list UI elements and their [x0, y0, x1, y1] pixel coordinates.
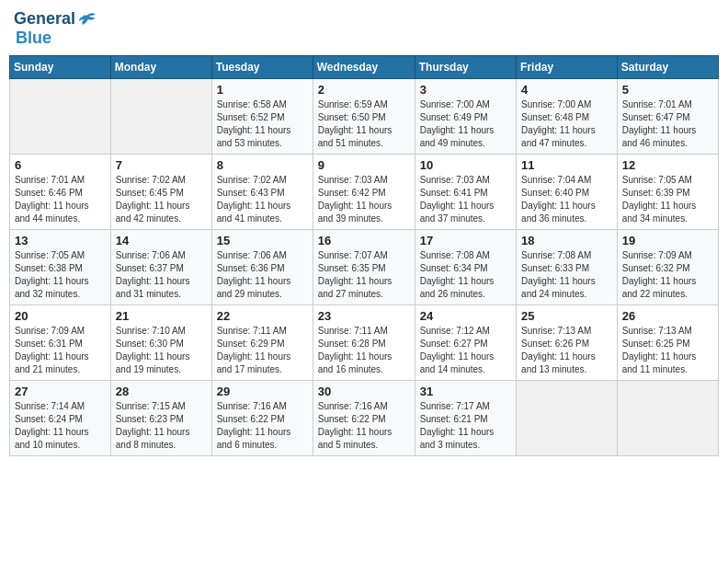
day-info-text: Sunrise: 7:03 AM	[318, 174, 410, 187]
day-info-text: Sunset: 6:36 PM	[217, 262, 308, 275]
day-info-text: Sunrise: 7:16 AM	[318, 400, 410, 413]
day-info-text: Daylight: 11 hours and 27 minutes.	[318, 275, 410, 301]
day-info-text: Sunset: 6:32 PM	[622, 262, 713, 275]
day-info-text: Sunrise: 7:11 AM	[318, 325, 410, 338]
day-info-text: Sunset: 6:43 PM	[217, 187, 308, 200]
day-cell: 18Sunrise: 7:08 AMSunset: 6:33 PMDayligh…	[517, 230, 618, 305]
day-number: 17	[420, 234, 511, 247]
day-number: 21	[116, 309, 207, 323]
day-info-text: Sunrise: 7:00 AM	[521, 98, 612, 111]
day-number: 18	[521, 234, 612, 247]
weekday-header-row: SundayMondayTuesdayWednesdayThursdayFrid…	[10, 56, 719, 79]
calendar-table: SundayMondayTuesdayWednesdayThursdayFrid…	[9, 55, 719, 456]
day-info-text: Daylight: 11 hours and 14 minutes.	[420, 350, 511, 376]
day-cell: 13Sunrise: 7:05 AMSunset: 6:38 PMDayligh…	[10, 230, 111, 305]
day-info-text: Sunrise: 7:09 AM	[15, 325, 106, 338]
day-cell: 25Sunrise: 7:13 AMSunset: 6:26 PMDayligh…	[517, 305, 618, 381]
week-row-5: 27Sunrise: 7:14 AMSunset: 6:24 PMDayligh…	[10, 381, 719, 456]
day-info-text: Daylight: 11 hours and 8 minutes.	[116, 426, 207, 452]
day-info-text: Sunrise: 7:10 AM	[116, 325, 207, 338]
day-info-text: Sunrise: 7:03 AM	[420, 174, 511, 187]
day-number: 31	[420, 385, 511, 398]
day-cell	[517, 381, 618, 456]
day-cell: 22Sunrise: 7:11 AMSunset: 6:29 PMDayligh…	[211, 305, 313, 381]
day-info-text: Sunrise: 7:02 AM	[116, 174, 207, 187]
day-cell	[617, 381, 718, 456]
day-info-text: Sunset: 6:41 PM	[420, 187, 511, 200]
day-number: 3	[420, 83, 511, 97]
day-info-text: Sunset: 6:35 PM	[318, 262, 410, 275]
day-info-text: Sunrise: 7:08 AM	[521, 249, 612, 262]
week-row-4: 20Sunrise: 7:09 AMSunset: 6:31 PMDayligh…	[10, 305, 719, 381]
day-info-text: Daylight: 11 hours and 6 minutes.	[217, 426, 308, 452]
day-info-text: Sunset: 6:26 PM	[521, 338, 612, 350]
day-info-text: Daylight: 11 hours and 16 minutes.	[318, 350, 410, 376]
weekday-header-friday: Friday	[517, 56, 618, 79]
day-cell: 29Sunrise: 7:16 AMSunset: 6:22 PMDayligh…	[211, 381, 313, 456]
day-cell: 21Sunrise: 7:10 AMSunset: 6:30 PMDayligh…	[110, 305, 211, 381]
day-info-text: Daylight: 11 hours and 41 minutes.	[217, 200, 308, 225]
day-info-text: Daylight: 11 hours and 53 minutes.	[217, 124, 308, 150]
day-info-text: Daylight: 11 hours and 44 minutes.	[15, 200, 106, 225]
week-row-1: 1Sunrise: 6:58 AMSunset: 6:52 PMDaylight…	[10, 79, 719, 155]
header: General Blue	[9, 9, 719, 48]
day-info-text: Sunrise: 7:13 AM	[622, 325, 713, 338]
weekday-header-thursday: Thursday	[415, 56, 516, 79]
day-cell: 12Sunrise: 7:05 AMSunset: 6:39 PMDayligh…	[617, 155, 718, 230]
day-info-text: Daylight: 11 hours and 22 minutes.	[622, 275, 713, 301]
day-info-text: Sunrise: 7:16 AM	[217, 400, 308, 413]
day-info-text: Sunset: 6:39 PM	[622, 187, 713, 200]
day-cell: 10Sunrise: 7:03 AMSunset: 6:41 PMDayligh…	[415, 155, 516, 230]
day-info-text: Sunset: 6:34 PM	[420, 262, 511, 275]
day-number: 29	[217, 385, 308, 398]
day-cell: 17Sunrise: 7:08 AMSunset: 6:34 PMDayligh…	[415, 230, 516, 305]
day-number: 28	[116, 385, 207, 398]
day-info-text: Sunrise: 7:08 AM	[420, 249, 511, 262]
day-info-text: Sunrise: 7:01 AM	[15, 174, 106, 187]
day-number: 30	[318, 385, 410, 398]
day-info-text: Daylight: 11 hours and 31 minutes.	[116, 275, 207, 301]
day-info-text: Daylight: 11 hours and 47 minutes.	[521, 124, 612, 150]
day-cell: 9Sunrise: 7:03 AMSunset: 6:42 PMDaylight…	[313, 155, 415, 230]
day-cell: 2Sunrise: 6:59 AMSunset: 6:50 PMDaylight…	[313, 79, 415, 155]
day-cell: 30Sunrise: 7:16 AMSunset: 6:22 PMDayligh…	[313, 381, 415, 456]
day-cell: 26Sunrise: 7:13 AMSunset: 6:25 PMDayligh…	[617, 305, 718, 381]
weekday-header-sunday: Sunday	[10, 56, 111, 79]
weekday-header-saturday: Saturday	[617, 56, 718, 79]
day-info-text: Sunrise: 7:14 AM	[15, 400, 106, 413]
day-info-text: Sunrise: 6:59 AM	[318, 98, 410, 111]
logo-general: General	[14, 9, 75, 29]
day-cell	[110, 79, 211, 155]
day-info-text: Daylight: 11 hours and 19 minutes.	[116, 350, 207, 376]
day-info-text: Sunrise: 7:02 AM	[217, 174, 308, 187]
day-number: 1	[217, 83, 308, 97]
day-info-text: Sunset: 6:38 PM	[15, 262, 106, 275]
day-number: 20	[15, 309, 106, 323]
day-cell: 19Sunrise: 7:09 AMSunset: 6:32 PMDayligh…	[617, 230, 718, 305]
day-info-text: Sunset: 6:21 PM	[420, 413, 511, 426]
day-info-text: Daylight: 11 hours and 29 minutes.	[217, 275, 308, 301]
day-number: 2	[318, 83, 410, 97]
day-cell: 14Sunrise: 7:06 AMSunset: 6:37 PMDayligh…	[110, 230, 211, 305]
day-number: 7	[116, 158, 207, 172]
day-info-text: Daylight: 11 hours and 17 minutes.	[217, 350, 308, 376]
day-number: 19	[622, 234, 713, 247]
day-info-text: Daylight: 11 hours and 5 minutes.	[318, 426, 410, 452]
day-cell: 31Sunrise: 7:17 AMSunset: 6:21 PMDayligh…	[415, 381, 516, 456]
day-info-text: Sunrise: 7:17 AM	[420, 400, 511, 413]
day-number: 13	[15, 234, 106, 247]
day-info-text: Sunset: 6:31 PM	[15, 338, 106, 350]
logo-bird-icon	[77, 12, 97, 27]
day-info-text: Daylight: 11 hours and 49 minutes.	[420, 124, 511, 150]
day-info-text: Sunset: 6:42 PM	[318, 187, 410, 200]
day-number: 11	[521, 158, 612, 172]
day-info-text: Sunset: 6:50 PM	[318, 111, 410, 124]
day-info-text: Sunset: 6:27 PM	[420, 338, 511, 350]
day-info-text: Sunrise: 7:05 AM	[622, 174, 713, 187]
day-number: 12	[622, 158, 713, 172]
day-number: 8	[217, 158, 308, 172]
day-info-text: Sunset: 6:40 PM	[521, 187, 612, 200]
day-cell	[10, 79, 111, 155]
day-info-text: Daylight: 11 hours and 24 minutes.	[521, 275, 612, 301]
day-info-text: Sunset: 6:25 PM	[622, 338, 713, 350]
